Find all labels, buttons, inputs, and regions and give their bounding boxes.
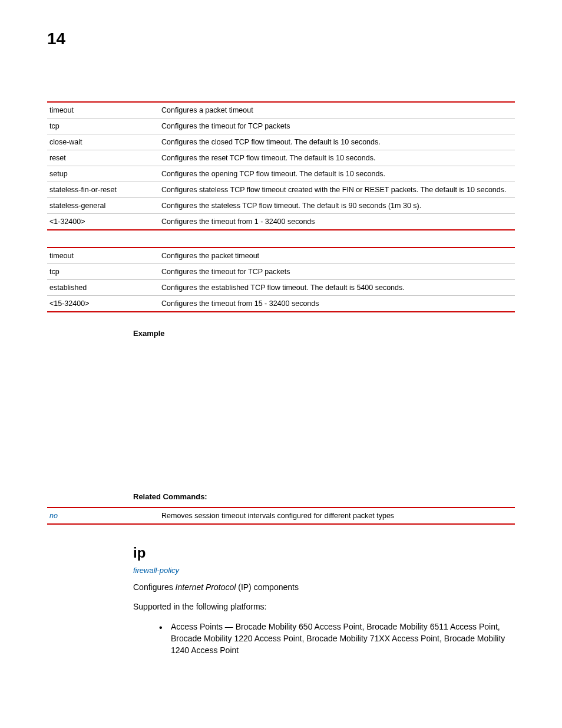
param-cell: reset: [47, 150, 159, 166]
table-row: stateless-generalConfigures the stateles…: [47, 198, 515, 214]
related-commands-label: Related Commands:: [133, 492, 515, 501]
param-cell: <15-32400>: [47, 296, 159, 312]
desc-cell: Configures the timeout from 15 - 32400 s…: [159, 296, 515, 312]
desc-cell: Configures the timeout for TCP packets: [159, 118, 515, 134]
table-row: <1-32400>Configures the timeout from 1 -…: [47, 214, 515, 230]
supported-platforms-label: Supported in the following platforms:: [133, 601, 515, 612]
related-link-no[interactable]: no: [49, 512, 58, 520]
related-desc: Removes session timeout intervals config…: [159, 508, 515, 524]
param-cell: close-wait: [47, 134, 159, 150]
table-row: resetConfigures the reset TCP flow timeo…: [47, 150, 515, 166]
example-label: Example: [133, 329, 515, 338]
desc-cell: Configures the reset TCP flow timeout. T…: [159, 150, 515, 166]
parameter-table-1: timeoutConfigures a packet timeout tcpCo…: [47, 101, 515, 230]
list-item: Access Points — Brocade Mobility 650 Acc…: [159, 621, 515, 657]
desc-cell: Configures the stateless TCP flow timeou…: [159, 198, 515, 214]
table-row: <15-32400>Configures the timeout from 15…: [47, 296, 515, 312]
table-row: setupConfigures the opening TCP flow tim…: [47, 166, 515, 182]
parameter-table-2: timeoutConfigures the packet timeout tcp…: [47, 247, 515, 312]
param-cell: stateless-fin-or-reset: [47, 182, 159, 198]
table-row: stateless-fin-or-resetConfigures statele…: [47, 182, 515, 198]
desc-cell: Configures the established TCP flow time…: [159, 280, 515, 296]
table-row: tcpConfigures the timeout for TCP packet…: [47, 264, 515, 280]
desc-cell: Configures the opening TCP flow timeout.…: [159, 166, 515, 182]
table-row: tcpConfigures the timeout for TCP packet…: [47, 118, 515, 134]
desc-cell: Configures the timeout from 1 - 32400 se…: [159, 214, 515, 230]
related-commands-table: no Removes session timeout intervals con…: [47, 507, 515, 525]
table-row: timeoutConfigures the packet timeout: [47, 248, 515, 264]
param-cell: setup: [47, 166, 159, 182]
firewall-policy-link[interactable]: firewall-policy: [133, 566, 179, 575]
table-row: timeoutConfigures a packet timeout: [47, 102, 515, 118]
param-cell: timeout: [47, 102, 159, 118]
desc-cell: Configures the timeout for TCP packets: [159, 264, 515, 280]
ip-heading: ip: [133, 545, 515, 561]
table-row: close-waitConfigures the closed TCP flow…: [47, 134, 515, 150]
desc-cell: Configures stateless TCP flow timeout cr…: [159, 182, 515, 198]
param-cell: <1-32400>: [47, 214, 159, 230]
param-cell: tcp: [47, 264, 159, 280]
platforms-list: Access Points — Brocade Mobility 650 Acc…: [133, 621, 515, 657]
desc-cell: Configures the packet timeout: [159, 248, 515, 264]
ip-description: Configures Internet Protocol (IP) compon…: [133, 582, 515, 593]
param-cell: established: [47, 280, 159, 296]
param-cell: stateless-general: [47, 198, 159, 214]
table-row: no Removes session timeout intervals con…: [47, 508, 515, 524]
page-number: 14: [47, 29, 515, 48]
param-cell: tcp: [47, 118, 159, 134]
table-row: establishedConfigures the established TC…: [47, 280, 515, 296]
desc-cell: Configures the closed TCP flow timeout. …: [159, 134, 515, 150]
param-cell: timeout: [47, 248, 159, 264]
desc-cell: Configures a packet timeout: [159, 102, 515, 118]
